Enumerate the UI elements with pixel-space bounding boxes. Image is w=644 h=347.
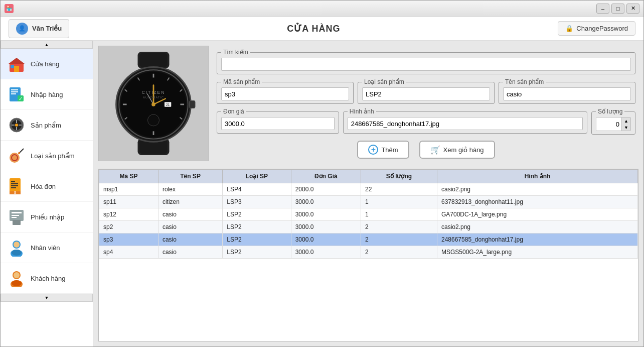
minimize-button[interactable]: –: [596, 4, 609, 14]
cell-so-luong: 2: [361, 221, 437, 234]
col-loai-sp: Loại SP: [223, 170, 291, 183]
svg-point-12: [15, 124, 18, 127]
sidebar-item-khach-hang[interactable]: Khách hàng: [1, 263, 93, 294]
lock-icon: 🔒: [565, 25, 573, 32]
cell-loai: LSP2: [223, 234, 291, 246]
product-image-box: CITIZEN AUTOMATIC 21: [98, 46, 209, 161]
svg-rect-48: [190, 100, 195, 108]
col-don-gia: Đơn Giá: [291, 170, 361, 183]
title-bar-left: 🏪: [5, 4, 14, 13]
svg-point-35: [14, 242, 20, 248]
cell-loai: LSP4: [223, 183, 291, 196]
sidebar-item-loai-san-pham[interactable]: Loại sản phẩm: [1, 141, 93, 171]
table-row[interactable]: msp1 rolex LSP4 2000.0 22 casio2.png: [99, 183, 638, 196]
sidebar-item-hoa-don[interactable]: $ Hóa đơn: [1, 171, 93, 202]
main-window: 🏪 – □ ✕ 👤 Văn Triều CỬA HÀNG 🔒 ChangePas…: [0, 0, 644, 347]
cell-so-luong: 2: [361, 234, 437, 246]
xem-gio-hang-label: Xem giỏ hàng: [443, 146, 484, 154]
svg-rect-29: [12, 212, 22, 213]
sidebar-label-san-pham: Sản phẩm: [31, 122, 61, 129]
don-gia-field: Đơn giá: [217, 108, 339, 135]
close-button[interactable]: ✕: [626, 4, 639, 14]
cart-icon: 🛒: [430, 145, 440, 155]
product-table-section: Mã SP Tên SP Loại SP Đơn Giá Số lượng Hì…: [98, 169, 638, 341]
content-area: ▲ Cửa hàng: [1, 41, 643, 346]
col-so-luong: Số lượng: [361, 170, 437, 183]
cell-loai: LSP2: [223, 208, 291, 221]
cell-loai: LSP3: [223, 196, 291, 208]
cell-so-luong: 22: [361, 183, 437, 196]
qty-buttons: ▲ ▼: [621, 118, 630, 131]
table-row[interactable]: sp3 casio LSP2 3000.0 2 248667585_dongho…: [99, 234, 638, 246]
table-row[interactable]: sp4 casio LSP2 3000.0 2 MSGS500G-2A_larg…: [99, 246, 638, 259]
cell-ten: citizen: [158, 196, 222, 208]
sidebar: ▲ Cửa hàng: [1, 41, 93, 346]
table-body: msp1 rolex LSP4 2000.0 22 casio2.png sp1…: [99, 183, 638, 259]
main-panel: CITIZEN AUTOMATIC 21 Tìm kiếm: [93, 41, 643, 346]
sidebar-item-phieu-nhap[interactable]: Phiếu nhập: [1, 202, 93, 233]
svg-marker-1: [9, 58, 25, 64]
svg-rect-23: [11, 183, 18, 184]
xem-gio-hang-button[interactable]: 🛒 Xem giỏ hàng: [419, 141, 495, 159]
svg-rect-2: [14, 66, 19, 72]
sidebar-item-nhap-hang[interactable]: ✓ Nhập hàng: [1, 79, 93, 110]
top-section: CITIZEN AUTOMATIC 21 Tìm kiếm: [93, 41, 643, 169]
them-button[interactable]: + Thêm: [357, 141, 409, 159]
product-icon: [8, 116, 26, 134]
maximize-button[interactable]: □: [611, 4, 624, 14]
don-gia-input[interactable]: [221, 117, 335, 130]
loai-sp-label: Loại sản phẩm: [362, 78, 406, 85]
cell-so-luong: 1: [361, 196, 437, 208]
cell-don-gia: 3000.0: [291, 246, 361, 259]
invoice-icon: $: [8, 177, 26, 195]
col-ten-sp: Tên SP: [158, 170, 222, 183]
svg-rect-22: [11, 181, 15, 182]
cell-hinh-anh: casio2.png: [437, 183, 637, 196]
table-row[interactable]: sp11 citizen LSP3 3000.0 1 637832913_don…: [99, 196, 638, 208]
scroll-up-button[interactable]: ▲: [1, 41, 93, 49]
cell-loai: LSP2: [223, 221, 291, 234]
svg-rect-32: [13, 220, 21, 225]
sidebar-item-cua-hang[interactable]: Cửa hàng: [1, 49, 93, 79]
ten-san-pham-input[interactable]: [503, 87, 631, 100]
scroll-down-button[interactable]: ▼: [1, 294, 93, 302]
hinh-anh-input[interactable]: [348, 117, 583, 130]
svg-text:21: 21: [166, 103, 170, 106]
svg-rect-6: [11, 91, 18, 92]
col-ma-sp: Mã SP: [99, 170, 158, 183]
cell-don-gia: 3000.0: [291, 196, 361, 208]
svg-rect-7: [11, 93, 16, 94]
table-row[interactable]: sp2 casio LSP2 3000.0 2 casio2.png: [99, 221, 638, 234]
staff-icon: [8, 239, 26, 257]
user-button[interactable]: 👤 Văn Triều: [9, 19, 69, 38]
sidebar-item-nhan-vien[interactable]: Nhân viên: [1, 233, 93, 263]
sidebar-label-khach-hang: Khách hàng: [31, 275, 65, 282]
svg-point-54: [148, 115, 158, 125]
loai-san-pham-input[interactable]: [362, 87, 490, 100]
sidebar-label-loai-san-pham: Loại sản phẩm: [31, 152, 75, 160]
ma-san-pham-input[interactable]: [221, 87, 349, 100]
sidebar-label-nhap-hang: Nhập hàng: [31, 91, 63, 98]
so-luong-input[interactable]: [596, 118, 621, 131]
cell-don-gia: 3000.0: [291, 221, 361, 234]
sidebar-item-san-pham[interactable]: Sản phẩm: [1, 110, 93, 141]
change-password-button[interactable]: 🔒 ChangePassword: [558, 21, 635, 36]
table-row[interactable]: sp12 casio LSP2 3000.0 1 GA700DC-1A_larg…: [99, 208, 638, 221]
cell-so-luong: 2: [361, 246, 437, 259]
sidebar-label-hoa-don: Hóa đơn: [31, 183, 56, 190]
product-table: Mã SP Tên SP Loại SP Đơn Giá Số lượng Hì…: [99, 169, 638, 259]
qty-down-button[interactable]: ▼: [621, 124, 630, 131]
hinh-anh-label: Hình ảnh: [348, 108, 376, 115]
search-input[interactable]: [221, 58, 631, 71]
cell-loai: LSP2: [223, 246, 291, 259]
cell-hinh-anh: 248667585_donghonhat17.jpg: [437, 234, 637, 246]
cell-hinh-anh: 637832913_donghonhat11.jpg: [437, 196, 637, 208]
sidebar-label-nhan-vien: Nhân viên: [31, 244, 60, 252]
cell-ten: casio: [158, 221, 222, 234]
hinh-anh-field: Hình ảnh: [343, 108, 587, 135]
store-icon: [8, 55, 26, 73]
plus-icon: +: [368, 145, 378, 155]
user-icon: 👤: [16, 23, 28, 35]
form-row-1: Mã sản phẩm Loại sản phẩm: [217, 78, 635, 104]
qty-up-button[interactable]: ▲: [621, 118, 630, 124]
